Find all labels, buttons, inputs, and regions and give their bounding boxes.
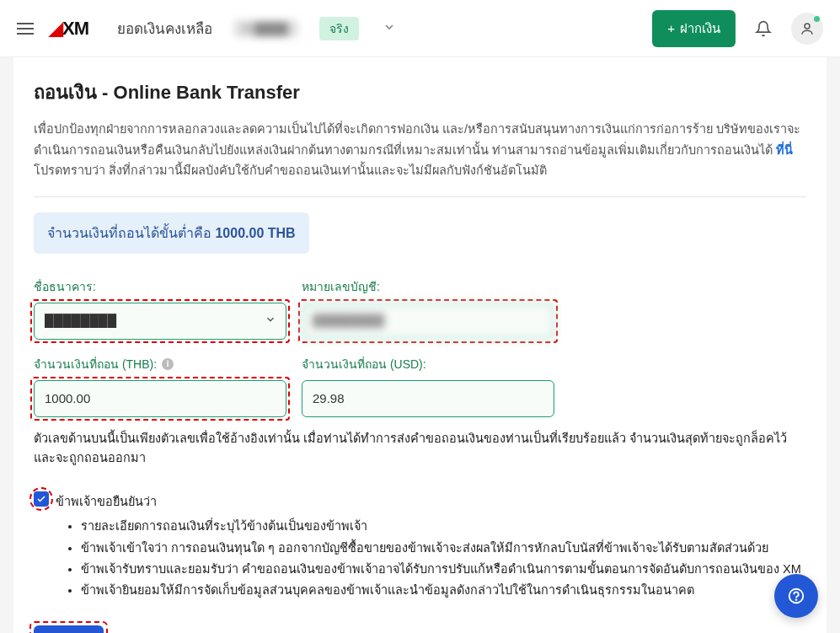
confirm-checkbox[interactable] [34,491,49,507]
info-icon[interactable]: i [162,358,174,370]
list-item: ข้าพเจ้าเข้าใจว่า การถอนเงินทุนใด ๆ ออกจ… [81,538,806,559]
topbar: ◢XM ยอดเงินคงเหลือ $ ████ จริง + ฝากเงิน [0,0,840,57]
plus-icon: + [667,21,675,35]
description-part-2: โปรดทราบว่า สิ่งที่กล่าวมานี้มีผลบังคับใ… [34,164,547,177]
deposit-button[interactable]: + ฝากเงิน [652,10,736,47]
amount-usd-input[interactable] [302,380,554,417]
form-grid: ชื่อธนาคาร: ████████ หมายเลขบัญชี: จำนวน… [34,277,806,417]
submit-button[interactable]: ร้องขอ [34,625,104,633]
profile-button[interactable] [791,13,823,45]
account-type-badge: จริง [319,17,359,40]
list-item: ข้าพเจ้ารับทราบและยอมรับว่า คำขอถอนเงินข… [81,559,806,580]
confirm-intro: ข้าพเจ้าขอยืนยันว่า [56,491,157,511]
check-icon [36,494,46,504]
here-link[interactable]: ที่นี่ [776,143,793,157]
min-prefix: จำนวนเงินที่ถอนได้ขั้นต่ำคือ [47,226,215,240]
page-title: ถอนเงิน - Online Bank Transfer [34,78,806,107]
min-value: 1000.00 THB [215,226,295,240]
amount-thb-label: จำนวนเงินที่ถอน (THB): i [34,355,286,373]
bell-icon [755,20,772,37]
user-icon [800,21,815,36]
menu-icon[interactable] [17,23,34,35]
notifications-button[interactable] [747,13,779,45]
bank-label: ชื่อธนาคาร: [34,277,286,296]
list-item: ข้าพเจ้ายินยอมให้มีการจัดเก็บข้อมูลส่วนบ… [81,580,806,601]
divider [34,196,806,197]
topbar-right: + ฝากเงิน [652,10,823,47]
confirm-bullets: รายละเอียดการถอนเงินที่ระบุไว้ข้างต้นเป็… [81,516,806,602]
status-dot [814,16,820,22]
balance-label: ยอดเงินคงเหลือ [117,17,212,40]
confirm-row: ข้าพเจ้าขอยืนยันว่า [34,491,806,511]
svg-point-0 [805,24,810,29]
amount-thb-label-text: จำนวนเงินที่ถอน (THB): [34,355,157,373]
topbar-left: ◢XM ยอดเงินคงเหลือ $ ████ จริง [17,17,396,40]
chat-icon [787,587,805,605]
help-fab[interactable] [774,574,818,618]
note-text: ตัวเลขด้านบนนี้เป็นเพียงตัวเลขเพื่อใช้อ้… [34,429,806,468]
minimum-banner: จำนวนเงินที่ถอนได้ขั้นต่ำคือ 1000.00 THB [34,212,309,254]
content-card: ถอนเงิน - Online Bank Transfer เพื่อปกป้… [13,57,827,633]
balance-amount: $ ████ [234,20,297,37]
bank-select[interactable]: ████████ [34,303,286,340]
description-part-1: เพื่อปกป้องทุกฝ่ายจากการหลอกลวงและลดความ… [34,122,800,157]
list-item: รายละเอียดการถอนเงินที่ระบุไว้ข้างต้นเป็… [81,516,806,537]
account-input[interactable] [302,303,554,340]
amount-thb-input[interactable] [34,380,286,417]
account-label: หมายเลขบัญชี: [302,277,554,296]
logo[interactable]: ◢XM [49,18,88,40]
description-text: เพื่อปกป้องทุกฝ่ายจากการหลอกลวงและลดความ… [34,119,806,181]
svg-point-2 [796,599,797,600]
deposit-button-label: ฝากเงิน [680,19,720,39]
chevron-down-icon[interactable] [383,20,396,37]
amount-usd-label: จำนวนเงินที่ถอน (USD): [302,355,554,373]
